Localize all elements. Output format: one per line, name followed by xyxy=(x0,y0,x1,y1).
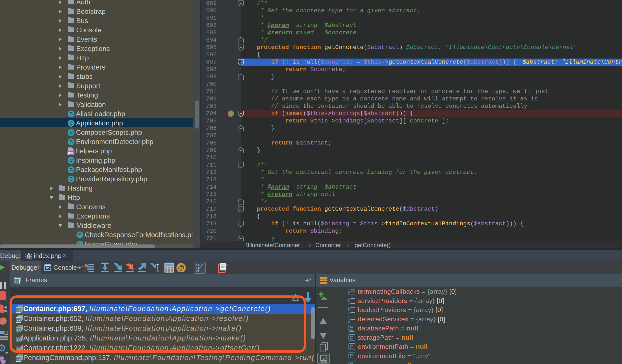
svg-text:10: 10 xyxy=(350,345,353,347)
svg-text:10: 10 xyxy=(350,354,353,356)
svg-text:10: 10 xyxy=(350,363,353,364)
svg-text:3: 3 xyxy=(348,302,350,305)
svg-text:‹›: ‹› xyxy=(17,358,20,361)
svg-text:01: 01 xyxy=(350,347,353,350)
svg-text:3: 3 xyxy=(348,321,350,323)
svg-text:01: 01 xyxy=(350,329,353,331)
svg-text:@: @ xyxy=(178,264,184,271)
svg-text:3: 3 xyxy=(348,311,350,314)
svg-text:3: 3 xyxy=(348,293,350,295)
svg-text:01: 01 xyxy=(350,356,353,359)
svg-text:10: 10 xyxy=(350,326,353,329)
svg-text:01: 01 xyxy=(350,338,353,341)
svg-text:‹›: ‹› xyxy=(15,280,19,283)
svg-text:10: 10 xyxy=(350,335,353,338)
